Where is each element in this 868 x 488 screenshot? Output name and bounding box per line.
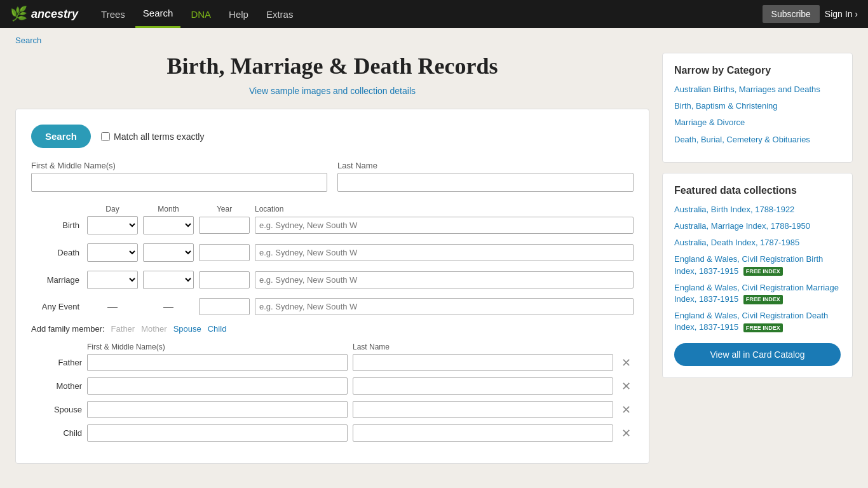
child-first-input[interactable] (87, 424, 348, 442)
narrow-card: Narrow by Category Australian Births, Ma… (662, 53, 853, 163)
first-name-label: First & Middle Name(s) (31, 161, 327, 170)
spouse-first-input[interactable] (87, 401, 348, 418)
event-header-row: Day Month Year Location (31, 205, 634, 214)
birth-day-select[interactable] (87, 216, 138, 234)
marriage-year-input[interactable] (199, 271, 250, 288)
free-badge-4: FREE INDEX (743, 295, 783, 304)
free-badge-3: FREE INDEX (743, 267, 783, 276)
nav-trees[interactable]: Trees (93, 0, 133, 28)
nav-extras[interactable]: Extras (259, 0, 301, 28)
family-father-row: Father ✕ (31, 354, 634, 371)
first-name-group: First & Middle Name(s) (31, 161, 327, 192)
birth-row: Birth (31, 216, 634, 234)
sample-images-link[interactable]: View sample images and collection detail… (249, 86, 416, 96)
day-header: Day (87, 205, 138, 214)
last-name-label: Last Name (337, 161, 634, 170)
match-exact-checkbox[interactable] (101, 132, 110, 141)
view-catalog-button[interactable]: View all in Card Catalog (674, 343, 841, 366)
marriage-month-select[interactable] (143, 271, 194, 289)
mother-first-input[interactable] (87, 377, 348, 395)
featured-label-2: Australia, Death Index, 1787-1985 (674, 238, 799, 247)
search-button[interactable]: Search (31, 125, 91, 148)
any-event-day-dash: — (87, 301, 138, 313)
nav-dna[interactable]: DNA (183, 0, 219, 28)
father-last-input[interactable] (353, 354, 613, 371)
family-child-row: Child ✕ (31, 424, 634, 442)
month-header: Month (143, 205, 194, 214)
featured-title: Featured data collections (674, 185, 841, 196)
family-mother-row: Mother ✕ (31, 377, 634, 395)
narrow-link-1[interactable]: Birth, Baptism & Christening (674, 100, 841, 112)
marriage-label: Marriage (31, 275, 82, 285)
logo[interactable]: 🌿 ancestry (10, 6, 78, 22)
narrow-link-3[interactable]: Death, Burial, Cemetery & Obituaries (674, 134, 841, 146)
add-mother-link[interactable]: Mother (141, 324, 166, 334)
mother-label: Mother (31, 381, 82, 391)
left-panel: Birth, Marriage & Death Records View sam… (15, 53, 649, 464)
family-last-header: Last Name (353, 342, 613, 351)
search-top: Search Match all terms exactly (31, 125, 634, 148)
add-child-link[interactable]: Child (208, 324, 227, 334)
nav-right: Subscribe Sign In › (763, 5, 858, 23)
family-member-section: Add family member: Father Mother Spouse … (31, 324, 634, 442)
marriage-day-select[interactable] (87, 271, 138, 289)
logo-icon: 🌿 (10, 6, 27, 22)
add-family-label: Add family member: (31, 324, 105, 334)
family-add-row: Add family member: Father Mother Spouse … (31, 324, 634, 334)
signin-link[interactable]: Sign In › (825, 9, 858, 19)
first-name-input[interactable] (31, 173, 327, 192)
spouse-remove-button[interactable]: ✕ (618, 404, 634, 416)
breadcrumb-search[interactable]: Search (15, 36, 41, 45)
featured-link-2[interactable]: Australia, Death Index, 1787-1985 (674, 237, 841, 248)
name-row: First & Middle Name(s) Last Name (31, 161, 634, 192)
death-row: Death (31, 243, 634, 262)
father-label: Father (31, 358, 82, 367)
featured-link-0[interactable]: Australia, Birth Index, 1788-1922 (674, 204, 841, 215)
death-year-input[interactable] (199, 244, 250, 261)
featured-label-0: Australia, Birth Index, 1788-1922 (674, 205, 794, 214)
subscribe-button[interactable]: Subscribe (763, 5, 820, 23)
any-event-year-input[interactable] (199, 298, 250, 315)
child-remove-button[interactable]: ✕ (618, 428, 634, 439)
breadcrumb: Search (0, 28, 868, 53)
child-label: Child (31, 428, 82, 438)
birth-month-select[interactable] (143, 216, 194, 234)
mother-remove-button[interactable]: ✕ (618, 381, 634, 392)
location-header: Location (255, 205, 634, 214)
match-exact-text: Match all terms exactly (114, 132, 204, 142)
add-spouse-link[interactable]: Spouse (173, 324, 201, 334)
add-father-link[interactable]: Father (111, 324, 135, 334)
death-location-input[interactable] (255, 244, 634, 261)
death-day-select[interactable] (87, 243, 138, 262)
right-panel: Narrow by Category Australian Births, Ma… (662, 53, 853, 464)
match-exact-label[interactable]: Match all terms exactly (101, 132, 204, 142)
page-subtitle: View sample images and collection detail… (15, 86, 649, 96)
mother-last-input[interactable] (353, 377, 613, 395)
birth-year-input[interactable] (199, 217, 250, 234)
spouse-last-input[interactable] (353, 401, 613, 418)
nav-search[interactable]: Search (135, 0, 181, 28)
featured-link-3[interactable]: England & Wales, Civil Registration Birt… (674, 254, 841, 276)
narrow-link-0[interactable]: Australian Births, Marriages and Deaths (674, 84, 841, 95)
father-remove-button[interactable]: ✕ (618, 357, 634, 369)
birth-location-input[interactable] (255, 217, 634, 234)
family-first-header: First & Middle Name(s) (87, 342, 348, 351)
narrow-link-2[interactable]: Marriage & Divorce (674, 117, 841, 128)
featured-link-1[interactable]: Australia, Marriage Index, 1788-1950 (674, 220, 841, 232)
family-spouse-row: Spouse ✕ (31, 401, 634, 418)
any-event-label: Any Event (31, 302, 82, 311)
nav-help[interactable]: Help (221, 0, 256, 28)
logo-text: ancestry (31, 8, 78, 21)
free-badge-5: FREE INDEX (743, 323, 783, 333)
featured-link-4[interactable]: England & Wales, Civil Registration Marr… (674, 282, 841, 305)
last-name-input[interactable] (337, 173, 634, 192)
death-label: Death (31, 248, 82, 257)
narrow-title: Narrow by Category (674, 65, 841, 76)
death-month-select[interactable] (143, 243, 194, 262)
child-last-input[interactable] (353, 424, 613, 442)
any-event-location-input[interactable] (255, 298, 634, 315)
main-content: Birth, Marriage & Death Records View sam… (0, 53, 868, 488)
marriage-location-input[interactable] (255, 271, 634, 288)
featured-link-5[interactable]: England & Wales, Civil Registration Deat… (674, 310, 841, 333)
father-first-input[interactable] (87, 354, 348, 371)
